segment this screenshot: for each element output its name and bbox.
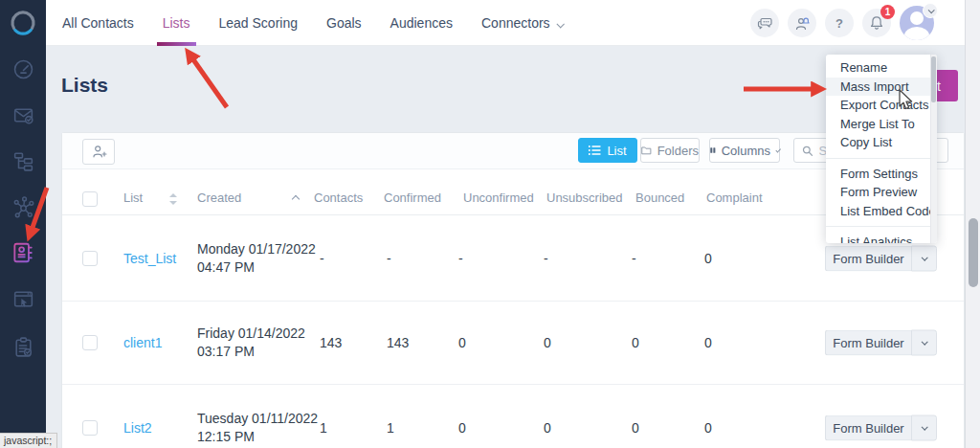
contacts-book-icon[interactable] <box>0 236 46 269</box>
contacts-cell: 1 <box>320 420 327 436</box>
view-folders-button[interactable]: Folders <box>640 138 700 163</box>
complaint-cell: 0 <box>704 420 712 436</box>
complaint-cell: 0 <box>704 335 712 350</box>
menu-scrollbar-thumb[interactable] <box>931 56 936 102</box>
signup-forms-icon[interactable] <box>0 330 46 363</box>
created-cell: Tuesday 01/11/202212:15 PM <box>197 410 318 446</box>
notifications-button[interactable]: 1 <box>862 9 891 37</box>
form-builder-dropdown[interactable] <box>911 415 937 441</box>
account-menu-chevron[interactable] <box>923 3 938 18</box>
sort-icon[interactable] <box>169 192 177 206</box>
menu-item-mass-import[interactable]: Mass Import <box>826 78 937 97</box>
columns-label: Columns <box>722 144 770 158</box>
complaint-cell: 0 <box>704 251 712 266</box>
view-list-label: List <box>607 144 626 158</box>
col-header-created[interactable]: Created <box>197 190 241 205</box>
form-builder-split-button: Form Builder <box>825 415 937 441</box>
menu-scrollbar-track[interactable] <box>930 55 937 243</box>
nav-lead-scoring[interactable]: Lead Scoring <box>219 0 299 46</box>
nav-connectors[interactable]: Connectors <box>481 0 563 46</box>
chevron-down-icon <box>556 20 564 28</box>
menu-item-list-embed-code[interactable]: List Embed Code <box>826 202 937 221</box>
chevron-down-icon <box>922 339 928 346</box>
columns-dropdown-button[interactable]: Columns <box>709 138 780 163</box>
topbar-actions: ? 1 <box>750 0 934 46</box>
app-logo-icon[interactable] <box>0 6 46 40</box>
confirmed-cell: - <box>387 251 391 266</box>
nav-all-contacts[interactable]: All Contacts <box>62 0 134 46</box>
unconfirmed-cell: 0 <box>458 420 466 436</box>
contacts-cell: - <box>320 251 324 266</box>
integrations-network-icon[interactable] <box>0 190 46 223</box>
menu-item-rename[interactable]: Rename <box>826 58 937 78</box>
created-cell: Monday 01/17/202204:47 PM <box>197 240 316 277</box>
created-cell: Friday 01/14/202203:17 PM <box>197 325 305 361</box>
page-scrollbar-thumb[interactable] <box>969 218 978 287</box>
chevron-down-icon <box>922 424 928 431</box>
row-checkbox[interactable] <box>82 335 98 350</box>
unsubscribed-cell: 0 <box>544 420 551 436</box>
chat-bubbles-button[interactable] <box>750 9 779 37</box>
form-builder-split-button: Form Builder <box>825 245 937 271</box>
bell-icon <box>869 15 884 31</box>
folder-icon <box>641 145 652 156</box>
confirmed-cell: 1 <box>387 420 394 436</box>
form-builder-dropdown[interactable] <box>911 330 937 356</box>
list-name-link[interactable]: List2 <box>123 420 152 436</box>
form-builder-button[interactable]: Form Builder <box>825 415 911 441</box>
landing-pages-icon[interactable] <box>0 282 46 315</box>
table-row: List2 Tuesday 01/11/202212:15 PM 1 1 0 0… <box>62 385 964 448</box>
row-checkbox[interactable] <box>82 251 98 266</box>
app-window: All Contacts Lists Lead Scoring Goals Au… <box>0 0 980 448</box>
col-header-list[interactable]: List <box>123 190 143 205</box>
menu-divider <box>826 226 937 227</box>
menu-item-merge-list-to[interactable]: Merge List To <box>826 115 937 134</box>
col-header-confirmed[interactable]: Confirmed <box>384 190 441 205</box>
col-header-bounced[interactable]: Bounced <box>635 190 684 205</box>
help-button[interactable]: ? <box>825 9 854 37</box>
chevron-down-icon <box>775 146 781 152</box>
menu-item-export-contacts[interactable]: Export Contacts <box>826 96 937 115</box>
nav-goals[interactable]: Goals <box>326 0 362 46</box>
confirmed-cell: 143 <box>387 335 409 350</box>
refer-friend-button[interactable] <box>788 9 816 37</box>
form-builder-split-button: Form Builder <box>825 330 937 356</box>
unconfirmed-cell: - <box>458 251 463 266</box>
dashboard-gauge-icon[interactable] <box>0 53 46 85</box>
col-header-complaint[interactable]: Complaint <box>706 190 763 205</box>
nav-audiences-label: Audiences <box>390 15 453 31</box>
nav-all-contacts-label: All Contacts <box>62 15 134 31</box>
page-scrollbar-track[interactable] <box>965 0 980 448</box>
notification-badge: 1 <box>880 5 895 19</box>
chevron-down-icon <box>927 7 934 13</box>
automation-flow-icon[interactable] <box>0 145 46 177</box>
add-contact-icon <box>91 144 107 160</box>
nav-connectors-label: Connectors <box>481 15 550 31</box>
sort-asc-icon[interactable] <box>292 195 300 203</box>
created-date: Monday 01/17/2022 <box>197 241 316 257</box>
list-name-link[interactable]: Test_List <box>123 251 176 266</box>
add-contact-button[interactable] <box>82 139 115 165</box>
form-builder-button[interactable]: Form Builder <box>825 245 911 271</box>
nav-lists[interactable]: Lists <box>163 0 190 46</box>
menu-item-copy-list[interactable]: Copy List <box>826 133 937 152</box>
active-tab-underline <box>157 42 196 46</box>
form-builder-dropdown[interactable] <box>911 245 937 271</box>
col-header-contacts[interactable]: Contacts <box>314 190 363 205</box>
created-date: Tuesday 01/11/2022 <box>197 411 318 426</box>
row-checkbox[interactable] <box>82 420 98 436</box>
col-header-unsubscribed[interactable]: Unsubscribed <box>546 190 623 205</box>
user-avatar[interactable] <box>900 6 934 40</box>
form-builder-button[interactable]: Form Builder <box>825 330 911 356</box>
bounced-cell: 0 <box>632 335 639 350</box>
email-campaigns-icon[interactable] <box>0 99 46 131</box>
select-all-checkbox[interactable] <box>82 191 98 207</box>
nav-audiences[interactable]: Audiences <box>390 0 453 46</box>
list-name-link[interactable]: client1 <box>123 335 162 350</box>
col-header-unconfirmed[interactable]: Unconfirmed <box>463 190 534 205</box>
nav-lead-scoring-label: Lead Scoring <box>219 15 299 31</box>
menu-item-form-settings[interactable]: Form Settings <box>826 165 937 184</box>
menu-item-form-preview[interactable]: Form Preview <box>826 183 937 202</box>
menu-item-list-analytics[interactable]: List Analytics <box>826 233 937 243</box>
view-list-button[interactable]: List <box>578 138 637 163</box>
